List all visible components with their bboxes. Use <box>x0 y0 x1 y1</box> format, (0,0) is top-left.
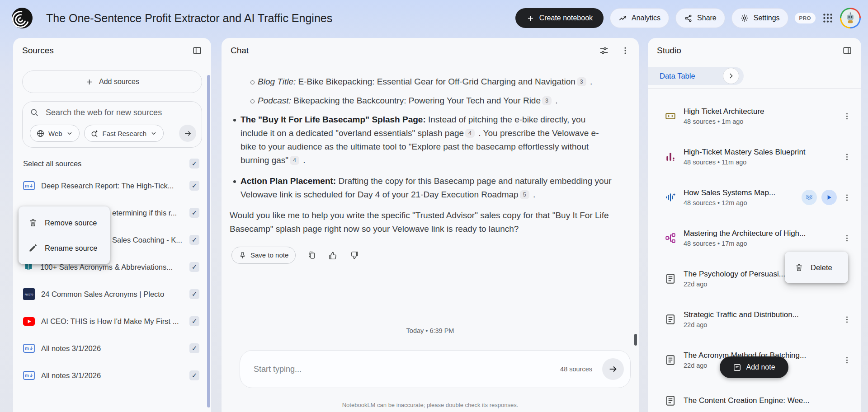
interactive-mode-button[interactable] <box>802 190 817 205</box>
notebook-title[interactable]: The One-Sentence Profit Extractor and AI… <box>46 12 332 25</box>
sources-scrollbar[interactable] <box>207 75 210 407</box>
citation-chip[interactable]: 4 <box>290 156 299 165</box>
analytics-label: Analytics <box>632 14 660 22</box>
analytics-button[interactable]: Analytics <box>610 8 669 28</box>
studio-item-title: The Content Creation Engine: Wee... <box>684 396 852 405</box>
remove-source-menu-item[interactable]: Remove source <box>19 210 110 235</box>
svg-text:m: m <box>25 346 29 351</box>
pencil-icon <box>28 243 38 253</box>
add-note-label: Add note <box>746 363 775 371</box>
source-row[interactable]: AI CEO: THIS is How I'd Make My First ..… <box>13 308 211 335</box>
report-doc-icon <box>665 273 676 285</box>
studio-panel: Studio Data Table High Ticket Architectu… <box>648 38 861 412</box>
copy-icon[interactable] <box>307 251 316 260</box>
trash-icon <box>795 263 803 272</box>
studio-item-kebab-icon[interactable] <box>841 111 852 122</box>
source-title: AI CEO: THIS is How I'd Make My First ..… <box>41 317 183 326</box>
source-row[interactable]: m All notes 3/1/2026 ✓ <box>13 362 211 389</box>
studio-item[interactable]: Strategic Traffic and Distribution...22d… <box>648 299 861 340</box>
studio-item[interactable]: The Content Creation Engine: Wee... <box>648 380 861 412</box>
bullet-label: Podcast: <box>258 96 291 105</box>
arrow-right-icon <box>184 129 192 138</box>
markdown-source-icon: m <box>23 181 35 190</box>
add-sources-label: Add sources <box>99 78 139 86</box>
bar-chart-icon <box>665 151 676 163</box>
citation-chip[interactable]: 3 <box>577 77 586 86</box>
studio-item-title: High Ticket Architecture <box>684 107 834 116</box>
studio-item-audio[interactable]: How Sales Systems Map...48 sources • 12m… <box>648 177 861 218</box>
settings-label: Settings <box>754 14 780 22</box>
save-to-note-button[interactable]: Save to note <box>231 247 296 264</box>
chat-input-box[interactable]: Start typing... 48 sources <box>240 350 631 388</box>
source-checkbox[interactable]: ✓ <box>189 262 199 272</box>
collapse-sources-panel-icon[interactable] <box>192 46 202 56</box>
citation-chip[interactable]: 5 <box>520 190 529 199</box>
source-checkbox[interactable]: ✓ <box>189 343 199 353</box>
citation-chip[interactable]: 3 <box>542 96 552 105</box>
chat-panel: Chat Blog Title: E-Bike Bikepacking: Ess… <box>222 38 639 412</box>
search-submit-button[interactable] <box>179 125 196 142</box>
avatar[interactable] <box>840 8 861 28</box>
send-message-button[interactable] <box>602 358 624 380</box>
source-count-label: 48 sources <box>560 365 592 373</box>
web-filter-chip[interactable]: Web <box>30 125 80 142</box>
web-chip-label: Web <box>48 130 62 137</box>
thumbs-down-icon[interactable] <box>349 251 359 260</box>
chat-sub-bullet: Podcast: Bikepacking the Backcountry: Po… <box>230 94 612 108</box>
citation-chip[interactable]: 4 <box>465 129 475 138</box>
create-notebook-button[interactable]: Create notebook <box>515 8 604 28</box>
add-sources-button[interactable]: Add sources <box>22 70 202 93</box>
play-audio-button[interactable] <box>821 190 837 205</box>
source-row[interactable]: PLECTO 24 Common Sales Acronyms | Plecto… <box>13 281 211 308</box>
report-doc-icon <box>665 395 676 407</box>
source-checkbox[interactable]: ✓ <box>189 181 199 191</box>
chat-scrollbar[interactable] <box>634 334 637 346</box>
source-title: etermining if this r... <box>112 209 183 217</box>
studio-item[interactable]: High Ticket Architecture48 sources • 1m … <box>648 96 861 136</box>
studio-item-kebab-icon[interactable] <box>841 151 852 162</box>
web-search-box: Search the web for new sources Web Fast … <box>22 101 202 148</box>
search-input[interactable]: Search the web for new sources <box>30 108 194 117</box>
google-apps-grid-icon[interactable] <box>822 12 834 24</box>
source-checkbox[interactable]: ✓ <box>189 370 199 380</box>
settings-button[interactable]: Settings <box>731 8 788 28</box>
source-row[interactable]: m All notes 3/1/2026 ✓ <box>13 335 211 362</box>
add-note-button[interactable]: Add note <box>720 356 788 378</box>
arrow-right-icon <box>608 364 618 374</box>
chat-sub-bullet: Blog Title: E-Bike Bikepacking: Essentia… <box>230 75 612 89</box>
fast-research-label: Fast Research <box>103 130 147 137</box>
source-checkbox[interactable]: ✓ <box>189 316 199 326</box>
chat-bullet: Action Plan Placement: Drafting the copy… <box>230 174 612 201</box>
studio-item-kebab-icon[interactable] <box>841 355 852 365</box>
source-checkbox[interactable]: ✓ <box>189 208 199 218</box>
select-all-checkbox[interactable]: ✓ <box>189 159 199 169</box>
rename-source-menu-item[interactable]: Rename source <box>19 235 110 261</box>
delete-menu-item[interactable]: Delete <box>785 255 848 280</box>
source-checkbox[interactable]: ✓ <box>189 235 199 245</box>
delete-label: Delete <box>811 263 832 272</box>
source-context-menu: Remove source Rename source <box>19 206 110 264</box>
globe-icon <box>36 129 45 138</box>
gear-icon <box>740 14 749 23</box>
studio-item-kebab-icon[interactable] <box>841 233 852 243</box>
assistant-message: Blog Title: E-Bike Bikepacking: Essentia… <box>222 63 639 264</box>
chevron-down-icon <box>66 130 73 137</box>
share-button[interactable]: Share <box>675 8 725 28</box>
studio-item-meta: 48 sources • 17m ago <box>684 240 834 247</box>
studio-item[interactable]: High-Ticket Mastery Sales Blueprint48 so… <box>648 136 861 177</box>
fast-research-chip[interactable]: Fast Research <box>84 125 164 142</box>
share-icon <box>684 14 693 23</box>
thumbs-up-icon[interactable] <box>328 251 338 260</box>
source-checkbox[interactable]: ✓ <box>189 289 199 299</box>
chip-scroll-next-button[interactable] <box>723 68 739 84</box>
chat-settings-tune-icon[interactable] <box>599 46 609 56</box>
collapse-studio-panel-icon[interactable] <box>842 46 852 56</box>
source-title: Deep Research Report: The High-Tick... <box>41 182 183 190</box>
sources-panel-title: Sources <box>22 46 54 56</box>
studio-item-kebab-icon[interactable] <box>841 314 852 325</box>
bullet-label: The "Buy It For Life Basecamp" Splash Pa… <box>241 115 426 124</box>
source-row[interactable]: m Deep Research Report: The High-Tick...… <box>13 172 211 199</box>
studio-item-kebab-icon[interactable] <box>841 192 852 203</box>
notebooklm-logo-icon[interactable] <box>12 8 33 28</box>
chat-more-kebab-icon[interactable] <box>621 46 630 55</box>
